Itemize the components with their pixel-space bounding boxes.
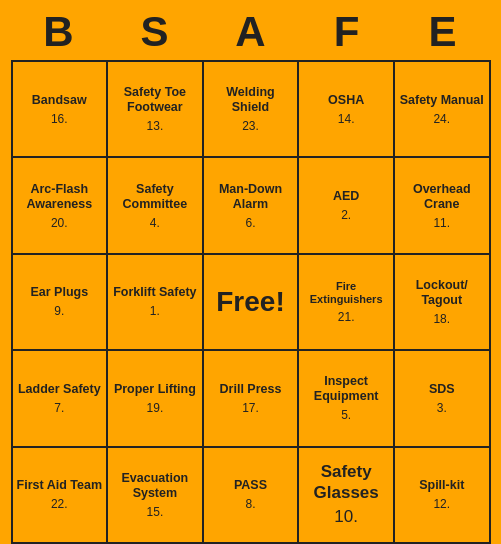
- cell-label: Proper Lifting: [111, 382, 199, 397]
- table-row: Inspect Equipment5.: [298, 350, 394, 446]
- cell-number: 19.: [111, 401, 199, 415]
- table-row: Evacuation System15.: [107, 447, 203, 543]
- cell-label: Safety Glasses: [302, 462, 390, 503]
- cell-number: 3.: [398, 401, 485, 415]
- cell-number: 9.: [16, 304, 104, 318]
- table-row: OSHA14.: [298, 61, 394, 157]
- table-row: Arc-Flash Awareness20.: [12, 157, 108, 253]
- cell-label: Fire Extinguishers: [302, 280, 390, 306]
- bingo-table: Bandsaw16.Safety Toe Footwear13.Welding …: [11, 60, 491, 544]
- cell-label: Safety Committee: [111, 182, 199, 212]
- cell-label: First Aid Team: [16, 478, 104, 493]
- cell-number: 10.: [302, 507, 390, 527]
- table-row: Safety Toe Footwear13.: [107, 61, 203, 157]
- cell-number: 21.: [302, 310, 390, 324]
- cell-label: Drill Press: [207, 382, 295, 397]
- cell-number: 23.: [207, 119, 295, 133]
- cell-number: 1.: [111, 304, 199, 318]
- table-row: Ladder Safety7.: [12, 350, 108, 446]
- cell-label: Lockout/ Tagout: [398, 278, 485, 308]
- cell-label: Man-Down Alarm: [207, 182, 295, 212]
- table-row: Ear Plugs9.: [12, 254, 108, 350]
- cell-number: 15.: [111, 505, 199, 519]
- table-row: Spill-kit12.: [394, 447, 489, 543]
- cell-label: Evacuation System: [111, 471, 199, 501]
- cell-number: 12.: [398, 497, 485, 511]
- table-row: Overhead Crane11.: [394, 157, 489, 253]
- title-letter-f: F: [303, 8, 391, 56]
- cell-label: Inspect Equipment: [302, 374, 390, 404]
- table-row: Proper Lifting19.: [107, 350, 203, 446]
- table-row: First Aid Team22.: [12, 447, 108, 543]
- table-row: PASS8.: [203, 447, 299, 543]
- cell-label: Bandsaw: [16, 93, 104, 108]
- table-row: Safety Glasses10.: [298, 447, 394, 543]
- table-row: Forklift Safety1.: [107, 254, 203, 350]
- table-row: Lockout/ Tagout18.: [394, 254, 489, 350]
- free-space: Free!: [216, 286, 284, 317]
- title-letter-a: A: [207, 8, 295, 56]
- cell-label: Arc-Flash Awareness: [16, 182, 104, 212]
- table-row: Fire Extinguishers21.: [298, 254, 394, 350]
- cell-number: 20.: [16, 216, 104, 230]
- table-row: SDS3.: [394, 350, 489, 446]
- cell-label: Ladder Safety: [16, 382, 104, 397]
- table-row: Safety Committee4.: [107, 157, 203, 253]
- title-row: B S A F E: [11, 0, 491, 60]
- cell-label: SDS: [398, 382, 485, 397]
- cell-number: 16.: [16, 112, 104, 126]
- title-letter-e: E: [399, 8, 487, 56]
- table-row: Welding Shield23.: [203, 61, 299, 157]
- table-row: AED2.: [298, 157, 394, 253]
- cell-label: Welding Shield: [207, 85, 295, 115]
- cell-number: 7.: [16, 401, 104, 415]
- cell-label: AED: [302, 189, 390, 204]
- cell-label: Overhead Crane: [398, 182, 485, 212]
- cell-label: Ear Plugs: [16, 285, 104, 300]
- cell-number: 5.: [302, 408, 390, 422]
- cell-number: 4.: [111, 216, 199, 230]
- cell-number: 17.: [207, 401, 295, 415]
- table-row: Drill Press17.: [203, 350, 299, 446]
- cell-number: 14.: [302, 112, 390, 126]
- cell-number: 13.: [111, 119, 199, 133]
- table-row: Bandsaw16.: [12, 61, 108, 157]
- cell-number: 18.: [398, 312, 485, 326]
- cell-label: PASS: [207, 478, 295, 493]
- cell-number: 2.: [302, 208, 390, 222]
- cell-label: Safety Manual: [398, 93, 485, 108]
- cell-number: 24.: [398, 112, 485, 126]
- cell-label: Spill-kit: [398, 478, 485, 493]
- cell-label: Safety Toe Footwear: [111, 85, 199, 115]
- cell-number: 8.: [207, 497, 295, 511]
- cell-number: 22.: [16, 497, 104, 511]
- table-row: Safety Manual24.: [394, 61, 489, 157]
- cell-number: 6.: [207, 216, 295, 230]
- table-row: Man-Down Alarm6.: [203, 157, 299, 253]
- title-letter-b: B: [15, 8, 103, 56]
- cell-label: Forklift Safety: [111, 285, 199, 300]
- cell-label: OSHA: [302, 93, 390, 108]
- title-letter-s: S: [111, 8, 199, 56]
- table-row: Free!: [203, 254, 299, 350]
- cell-number: 11.: [398, 216, 485, 230]
